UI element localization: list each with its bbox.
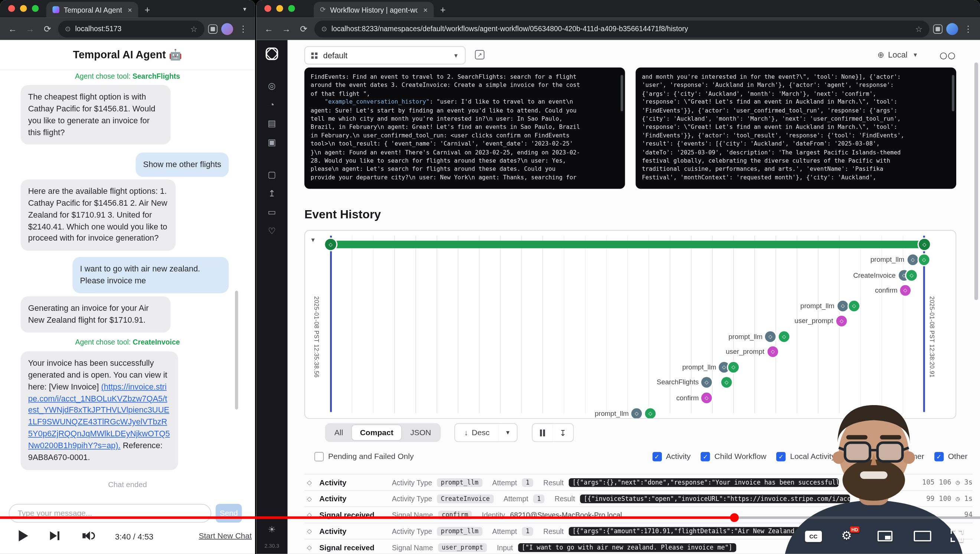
site-settings-icon[interactable]: ⊙	[321, 25, 327, 33]
workflow-duration-bar[interactable]	[331, 240, 924, 248]
back-icon[interactable]: ←	[262, 24, 275, 34]
activity-start-icon[interactable]	[908, 254, 918, 265]
signal-icon[interactable]	[701, 392, 712, 403]
bookmark-star-icon[interactable]: ☆	[190, 24, 197, 33]
video-scrubber[interactable]	[730, 513, 739, 522]
download-history-button[interactable]: ↧	[552, 423, 574, 442]
view-all-tab[interactable]: All	[326, 424, 351, 441]
profile-avatar[interactable]	[946, 23, 958, 35]
activity-end-icon[interactable]	[779, 331, 789, 342]
expand-row-icon[interactable]	[304, 495, 314, 502]
filter-activity[interactable]: Activity	[652, 452, 691, 461]
timeline-event[interactable]: prompt_llm	[305, 254, 956, 265]
start-new-chat-link[interactable]: Start New Chat	[199, 531, 252, 540]
archival-icon[interactable]: ▣	[268, 132, 276, 151]
tab-search-icon[interactable]: ▾	[243, 6, 255, 18]
tab-close-icon[interactable]: ×	[423, 5, 428, 14]
activity-start-icon[interactable]	[765, 331, 776, 342]
new-tab-button[interactable]: +	[138, 5, 156, 18]
send-button[interactable]: Send	[216, 504, 242, 523]
close-window-button[interactable]	[264, 5, 271, 12]
theme-toggle-icon[interactable]: ☀	[268, 520, 276, 539]
checkbox-checked[interactable]	[652, 452, 662, 461]
activity-end-icon[interactable]	[721, 377, 732, 388]
panel-scrollbar[interactable]	[620, 75, 623, 111]
workflow-start-icon[interactable]	[325, 239, 336, 250]
invoice-link[interactable]: (https://invoice.stripe.com/i/acct_1NBOL…	[28, 382, 170, 450]
feedback-heart-icon[interactable]: ♡	[268, 221, 276, 240]
back-icon[interactable]: ←	[6, 24, 19, 34]
theater-mode-button[interactable]	[914, 531, 931, 541]
view-json-tab[interactable]: JSON	[402, 424, 439, 441]
deployments-icon[interactable]: ▤	[268, 114, 276, 132]
traffic-lights[interactable]	[0, 5, 46, 18]
site-settings-icon[interactable]: ⊙	[65, 25, 71, 33]
minimize-window-button[interactable]	[276, 5, 283, 12]
extensions-icon[interactable]	[208, 24, 218, 33]
timeline-event[interactable]: prompt_llm	[305, 331, 956, 342]
schedules-icon[interactable]: ◔	[269, 95, 274, 114]
chat-scrollbar[interactable]	[235, 291, 238, 409]
expand-row-icon[interactable]	[304, 479, 314, 486]
workflows-icon[interactable]: ◎	[268, 76, 276, 95]
import-icon[interactable]: ↥	[268, 184, 276, 203]
expand-row-icon[interactable]	[304, 528, 314, 535]
reload-icon[interactable]: ⟳	[297, 24, 311, 34]
filter-child-workflow[interactable]: Child Workflow	[701, 452, 767, 461]
page-scrollbar[interactable]	[974, 62, 978, 300]
sort-desc-button[interactable]: Desc	[454, 423, 499, 442]
timeline-event[interactable]: confirm	[305, 285, 956, 296]
fullscreen-button[interactable]	[951, 530, 963, 542]
forward-icon[interactable]: →	[280, 24, 293, 34]
forward-icon[interactable]: →	[23, 24, 37, 34]
next-button[interactable]	[50, 531, 59, 540]
bookmark-star-icon[interactable]: ☆	[915, 24, 923, 33]
activity-start-icon[interactable]	[632, 408, 642, 419]
new-tab-button[interactable]: +	[434, 5, 452, 18]
close-window-button[interactable]	[8, 5, 15, 12]
volume-icon[interactable]	[83, 531, 95, 540]
zoom-window-button[interactable]	[32, 5, 39, 12]
activity-end-icon[interactable]	[728, 362, 739, 373]
activity-start-icon[interactable]	[701, 377, 712, 388]
docs-icon[interactable]: ▭	[268, 203, 276, 222]
tab-workflow-history[interactable]: ⟳ Workflow History | agent-wor ×	[314, 2, 434, 18]
activity-end-icon[interactable]	[919, 254, 929, 265]
labs-glasses-icon[interactable]	[940, 53, 955, 59]
timeline-event[interactable]: CreateInvoice	[305, 270, 956, 281]
settings-gear-icon[interactable]: ⚙HD	[841, 529, 852, 543]
traffic-lights[interactable]	[256, 5, 302, 18]
checkbox-checked[interactable]	[701, 452, 710, 461]
activity-start-icon[interactable]	[837, 301, 848, 312]
namespace-select[interactable]: default ▼	[304, 46, 466, 65]
timeline-event[interactable]: user_prompt	[305, 315, 956, 326]
checkbox-unchecked[interactable]	[314, 452, 324, 461]
temporal-logo-icon[interactable]	[266, 48, 278, 60]
profile-avatar[interactable]	[221, 23, 233, 35]
minimize-window-button[interactable]	[20, 5, 27, 12]
signal-icon[interactable]	[900, 285, 911, 296]
view-compact-tab[interactable]: Compact	[351, 424, 402, 441]
extensions-icon[interactable]	[933, 24, 942, 33]
expand-row-icon[interactable]	[304, 544, 314, 551]
workflow-end-icon[interactable]	[919, 239, 930, 250]
timeline-event[interactable]: prompt_llm	[305, 301, 956, 312]
workflow-input-panel[interactable]: FindEvents: Find an event to travel to 2…	[304, 68, 625, 189]
panel-scrollbar[interactable]	[952, 75, 955, 111]
message-input[interactable]	[9, 504, 212, 523]
miniplayer-button[interactable]	[878, 531, 892, 541]
zoom-window-button[interactable]	[288, 5, 295, 12]
sort-menu-chevron[interactable]: ▼	[499, 423, 518, 442]
activity-end-icon[interactable]	[906, 270, 917, 281]
activity-end-icon[interactable]	[849, 301, 859, 312]
browser-menu-icon[interactable]: ⋮	[962, 24, 974, 34]
timeline-event[interactable]: user_prompt	[305, 346, 956, 357]
collapse-timeline-icon[interactable]: ▾	[311, 236, 314, 244]
timeline-event[interactable]: SearchFlights	[305, 377, 956, 388]
cluster-select[interactable]: ⊕ Local ▼	[878, 50, 918, 59]
tab-close-icon[interactable]: ×	[128, 5, 132, 14]
open-in-new-icon[interactable]: ↗	[475, 50, 484, 59]
play-button[interactable]	[19, 530, 28, 541]
video-progress-bar[interactable]	[0, 516, 980, 519]
workflow-result-panel[interactable]: and month you're interested in for the e…	[635, 68, 956, 189]
